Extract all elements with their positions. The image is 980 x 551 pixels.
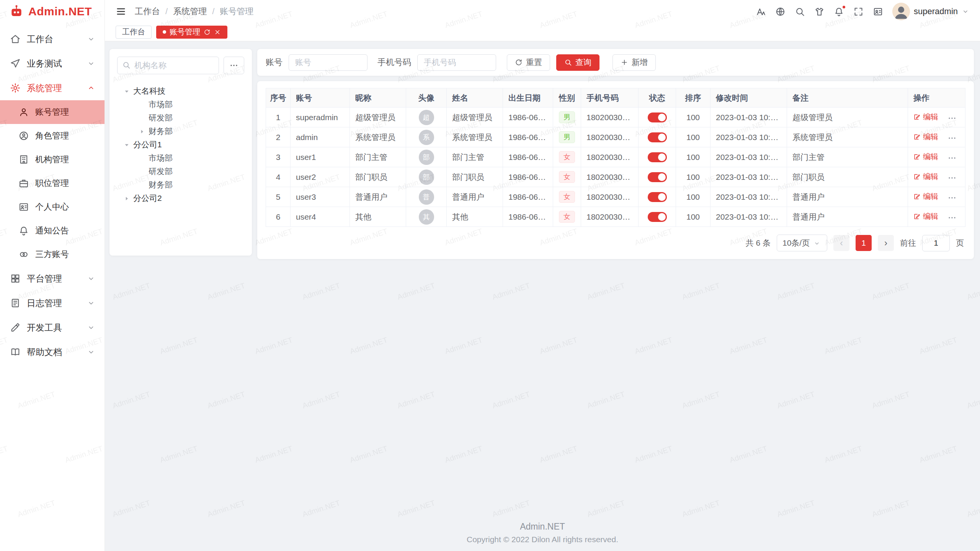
goto-page-input[interactable] — [922, 235, 950, 251]
add-button[interactable]: 新增 — [612, 54, 656, 71]
sidebar-item-help[interactable]: 帮助文档 — [0, 340, 105, 364]
sidebar-item-system[interactable]: 系统管理 — [0, 76, 105, 100]
sidebar-item-business-test[interactable]: 业务测试 — [0, 51, 105, 76]
gender-tag: 女 — [559, 171, 575, 183]
cell-actions: 编辑 — [908, 147, 965, 167]
sidebar-item-label: 职位管理 — [35, 178, 69, 189]
page-size-select[interactable]: 10条/页 — [777, 235, 827, 251]
caret-down-icon[interactable] — [123, 88, 133, 95]
tree-node[interactable]: 研发部 — [117, 111, 244, 124]
sidebar-item-workbench[interactable]: 工作台 — [0, 27, 105, 51]
user-icon — [18, 107, 29, 117]
caret-spacer — [139, 155, 149, 161]
search-icon[interactable] — [795, 7, 805, 17]
next-page-button[interactable]: › — [878, 235, 894, 251]
status-toggle[interactable] — [648, 192, 667, 202]
prev-page-button[interactable]: ‹ — [833, 235, 849, 251]
caret-down-icon[interactable] — [123, 141, 133, 148]
cell-actions: 编辑 — [908, 127, 965, 147]
status-toggle[interactable] — [648, 112, 667, 122]
edit-button[interactable]: 编辑 — [913, 112, 938, 122]
sidebar-item-third-party[interactable]: 三方账号 — [0, 243, 105, 266]
tree-node[interactable]: 研发部 — [117, 165, 244, 178]
sidebar-item-role[interactable]: 角色管理 — [0, 124, 105, 148]
row-more-button[interactable] — [947, 173, 957, 183]
column-header: 账号 — [291, 88, 350, 108]
sidebar-item-label: 个人中心 — [35, 201, 69, 213]
footer: Admin.NET Copyright © 2022 Dilon All rig… — [105, 522, 980, 544]
profile-icon[interactable] — [873, 7, 883, 17]
notification-icon[interactable] — [834, 7, 844, 17]
fullscreen-icon[interactable] — [853, 7, 864, 17]
tree-node[interactable]: 分公司1 — [117, 138, 244, 151]
row-more-button[interactable] — [947, 193, 957, 202]
refresh-tab-icon[interactable] — [204, 29, 211, 36]
row-more-button[interactable] — [947, 153, 957, 163]
sidebar-item-log[interactable]: 日志管理 — [0, 291, 105, 315]
row-more-button[interactable] — [947, 213, 957, 222]
caret-right-icon[interactable] — [139, 128, 149, 135]
cell-gender: 女 — [553, 207, 581, 227]
sidebar-item-org[interactable]: 机构管理 — [0, 148, 105, 171]
sidebar-item-devtools[interactable]: 开发工具 — [0, 315, 105, 340]
tab-account[interactable]: 账号管理 — [156, 26, 227, 39]
edit-button[interactable]: 编辑 — [913, 191, 938, 202]
sidebar-item-profile-center[interactable]: 个人中心 — [0, 195, 105, 219]
edit-button[interactable]: 编辑 — [913, 132, 938, 142]
tree-node[interactable]: 分公司2 — [117, 191, 244, 205]
sidebar-item-notice[interactable]: 通知公告 — [0, 219, 105, 243]
tree-more-button[interactable] — [224, 57, 244, 74]
tree-node[interactable]: 市场部 — [117, 151, 244, 165]
user-menu[interactable]: superadmin — [892, 3, 969, 20]
table-header-row: 序号账号昵称头像姓名出生日期性别手机号码状态排序修改时间备注操作 — [266, 88, 965, 108]
sidebar-item-account[interactable]: 账号管理 — [0, 100, 105, 124]
status-toggle[interactable] — [648, 132, 667, 142]
tree-node[interactable]: 财务部 — [117, 178, 244, 191]
tree-node-label: 市场部 — [149, 153, 173, 163]
account-filter-input[interactable] — [289, 54, 368, 71]
cell-name: 超级管理员 — [447, 108, 503, 127]
cell-nickname: 普通用户 — [350, 187, 406, 207]
edit-button[interactable]: 编辑 — [913, 211, 938, 222]
status-toggle[interactable] — [648, 172, 667, 182]
org-tree: 大名科技 市场部 研发部 财务部 分公司1 市场部 研发部 财务部 — [117, 84, 244, 205]
edit-button[interactable]: 编辑 — [913, 152, 938, 162]
status-toggle[interactable] — [648, 212, 667, 222]
cell-avatar: 部 — [406, 147, 447, 167]
sidebar-item-position[interactable]: 职位管理 — [0, 171, 105, 195]
close-tab-icon[interactable] — [214, 29, 221, 36]
cell-birthdate: 1986-06-28 — [503, 108, 553, 127]
tree-node[interactable]: 财务部 — [117, 124, 244, 138]
tab-workbench[interactable]: 工作台 — [116, 26, 152, 39]
edit-icon — [913, 133, 921, 140]
bell-icon — [18, 225, 29, 236]
menu-collapse-icon[interactable] — [116, 6, 126, 17]
goto-label: 前往 — [900, 238, 916, 248]
row-more-button[interactable] — [947, 114, 957, 123]
app-logo[interactable]: Admin.NET — [0, 0, 105, 23]
page-1-button[interactable]: 1 — [856, 235, 872, 251]
tree-node[interactable]: 大名科技 — [117, 84, 244, 98]
cell-order: 100 — [676, 187, 710, 207]
cell-status — [639, 127, 676, 147]
main-area: 工作台/系统管理/账号管理 superadmin 工作台 账号管理 — [105, 0, 980, 551]
tree-node[interactable]: 市场部 — [117, 98, 244, 111]
breadcrumb-item[interactable]: 账号管理 — [220, 6, 253, 17]
skin-icon[interactable] — [814, 7, 825, 17]
reset-button[interactable]: 重置 — [507, 54, 550, 71]
phone-filter-input[interactable] — [417, 54, 496, 71]
sidebar-item-label: 账号管理 — [35, 106, 69, 118]
font-size-icon[interactable] — [756, 7, 766, 17]
caret-right-icon[interactable] — [123, 195, 133, 202]
edit-button[interactable]: 编辑 — [913, 171, 938, 182]
query-button[interactable]: 查询 — [556, 54, 599, 71]
cell-order: 100 — [676, 207, 710, 227]
status-toggle[interactable] — [648, 152, 667, 162]
breadcrumb-item[interactable]: 工作台 — [135, 6, 160, 17]
sidebar-item-platform[interactable]: 平台管理 — [0, 266, 105, 291]
breadcrumb-item[interactable]: 系统管理 — [173, 6, 207, 17]
cell-phone: 18020030720 — [581, 167, 639, 187]
row-more-button[interactable] — [947, 134, 957, 143]
org-search-input[interactable] — [117, 57, 219, 74]
globe-icon[interactable] — [775, 7, 786, 17]
